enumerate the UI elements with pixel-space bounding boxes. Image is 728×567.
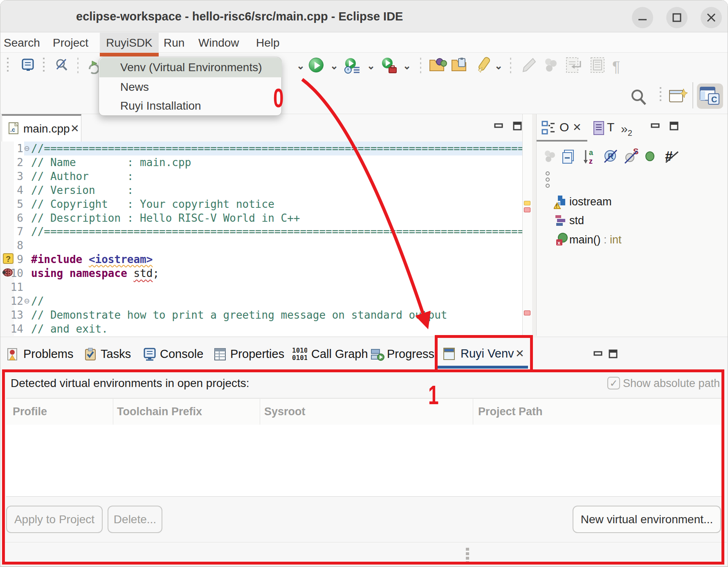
toolbar-separator xyxy=(420,58,421,74)
code-line-14: 14// and exit. xyxy=(0,322,522,336)
highlighter-icon[interactable] xyxy=(475,56,493,76)
run-dropdown-chevron-2[interactable]: ⌄ xyxy=(330,60,338,72)
code-line-1: 1⊖//====================================… xyxy=(0,142,522,155)
highlighter-chevron[interactable]: ⌄ xyxy=(494,60,503,72)
outline-item-type: int xyxy=(610,234,622,246)
bottom-tab-bar: Problems Tasks Console Properties 101001… xyxy=(0,337,728,371)
outline-panel: O ✕ T »2 az R S # xyxy=(536,114,728,336)
grayed-doc-outline-icon[interactable] xyxy=(589,56,607,76)
svg-text:.c: .c xyxy=(10,126,15,133)
run-dropdown-chevron-4[interactable]: ⌄ xyxy=(403,60,411,72)
editor-minimize-icon[interactable] xyxy=(494,122,504,130)
properties-icon xyxy=(214,348,226,360)
open-debug-folder-icon[interactable] xyxy=(429,57,447,75)
perspective-drag-handle[interactable] xyxy=(660,87,661,102)
pilcrow-icon[interactable]: ¶ xyxy=(612,59,620,76)
menu-item-ruyi-installation[interactable]: Ruyi Installation xyxy=(99,96,282,116)
outline-collaboration-icon[interactable] xyxy=(542,149,556,165)
run-icon[interactable] xyxy=(309,58,324,72)
outline-item-main[interactable]: x main() : int xyxy=(537,230,728,249)
run-history-icon[interactable] xyxy=(343,57,360,76)
code-line-4: 4// Version : xyxy=(0,183,522,197)
outline-item-iostream[interactable]: ! iostream xyxy=(537,192,728,211)
grayed-pen-icon[interactable] xyxy=(521,57,537,75)
error-marker[interactable] xyxy=(524,207,530,212)
search-icon[interactable] xyxy=(630,89,647,108)
progress-icon xyxy=(371,348,383,360)
grayed-dots-icon[interactable] xyxy=(542,57,558,75)
view-overflow-chevron[interactable]: »2 xyxy=(621,116,632,142)
namespace-icon xyxy=(555,214,568,229)
hide-static-icon[interactable]: S xyxy=(623,148,640,166)
svg-text:x: x xyxy=(557,240,561,246)
hide-inactive-icon[interactable]: # xyxy=(663,148,680,166)
toolbar-drag-handle-2[interactable] xyxy=(43,58,45,72)
warning-marker[interactable] xyxy=(524,201,530,205)
editor-outline-sash[interactable] xyxy=(532,114,536,336)
fold-icon[interactable]: ⊖ xyxy=(24,294,31,308)
overview-ruler[interactable] xyxy=(522,114,532,336)
code-line-8: 8 xyxy=(0,239,522,252)
code-line-11: 11 xyxy=(0,280,522,294)
outline-item-label: main() xyxy=(569,234,601,246)
type-hierarchy-tab-icon[interactable] xyxy=(593,121,605,137)
perspective-divider xyxy=(692,82,693,108)
mark-occurrences-icon[interactable] xyxy=(54,58,69,74)
code-line-12: 12⊖// xyxy=(0,294,522,308)
sort-icon[interactable]: az xyxy=(582,148,598,166)
profile-icon[interactable] xyxy=(380,57,397,76)
call-graph-icon: 10100101 xyxy=(292,346,304,358)
menu-item-venv[interactable]: Venv (Virtual Environments) xyxy=(99,58,282,77)
editor-tab-label: main.cpp xyxy=(23,116,70,142)
code-line-10: 10using namespace std; xyxy=(0,266,522,280)
open-task-folder-icon[interactable] xyxy=(451,57,469,75)
run-dropdown-chevron-3[interactable]: ⌄ xyxy=(367,60,375,72)
ruyisdk-dropdown-menu: Venv (Virtual Environments) News Ruyi In… xyxy=(99,57,282,116)
svg-text:C: C xyxy=(711,95,717,104)
editor-tab-maincpp[interactable]: .c main.cpp ✕ xyxy=(2,114,81,142)
fold-icon[interactable]: ⊖ xyxy=(24,142,31,155)
toolbar-separator-2 xyxy=(510,58,511,74)
menu-item-news[interactable]: News xyxy=(99,77,282,97)
code-line-9: 9#include <iostream> xyxy=(0,252,522,266)
toolbar-separator-0 xyxy=(77,58,79,74)
new-console-icon[interactable] xyxy=(22,59,36,73)
bottom-minimize-icon[interactable] xyxy=(593,349,604,358)
svg-text:!: ! xyxy=(556,203,557,209)
code-line-13: 13// Demonstrate how to print a greeting… xyxy=(0,308,522,322)
tasks-view-tab-label[interactable]: T xyxy=(607,114,614,140)
outline-maximize-icon[interactable] xyxy=(669,122,680,130)
outline-tab-label[interactable]: O xyxy=(559,114,569,140)
outline-item-std[interactable]: std xyxy=(537,211,728,230)
editor-tab-close-icon[interactable]: ✕ xyxy=(70,116,79,142)
outline-minimize-icon[interactable] xyxy=(650,122,661,130)
collapse-all-icon[interactable] xyxy=(562,149,577,166)
tasks-icon xyxy=(84,348,97,360)
svg-text:0101: 0101 xyxy=(292,354,307,362)
outline-tab-icon xyxy=(542,121,556,137)
outline-scroll-dots xyxy=(546,171,550,190)
cpp-perspective-button[interactable]: C xyxy=(697,83,723,109)
outline-tab-underline xyxy=(537,140,587,142)
grayed-doc-return-icon[interactable] xyxy=(565,56,583,76)
outline-tab-close-icon[interactable]: ✕ xyxy=(573,114,582,140)
code-line-7: 7//=====================================… xyxy=(0,225,522,239)
hide-non-public-icon[interactable] xyxy=(645,151,656,164)
annotation-step-1: 1 xyxy=(428,380,439,410)
help-marker-icon[interactable]: ? xyxy=(3,253,13,264)
open-perspective-icon[interactable] xyxy=(669,88,688,107)
cpp-perspective-icon: C xyxy=(699,86,721,106)
function-error-icon: x xyxy=(555,232,569,248)
run-dropdown-chevron[interactable]: ⌄ xyxy=(297,60,305,72)
cpp-file-icon: .c xyxy=(9,122,19,135)
code-editor[interactable]: 1⊖//====================================… xyxy=(0,142,522,336)
include-warning-icon: ! xyxy=(554,195,568,211)
toolbar-drag-handle[interactable] xyxy=(7,58,9,72)
bug-marker-icon[interactable] xyxy=(1,267,13,279)
hide-fields-icon[interactable]: R xyxy=(603,148,619,166)
editor-maximize-icon[interactable] xyxy=(512,122,523,130)
outline-item-label: std xyxy=(569,211,584,230)
bottom-maximize-icon[interactable] xyxy=(608,349,619,358)
code-line-2: 2// Name : main.cpp xyxy=(0,155,522,169)
error-marker-2[interactable] xyxy=(524,310,530,315)
